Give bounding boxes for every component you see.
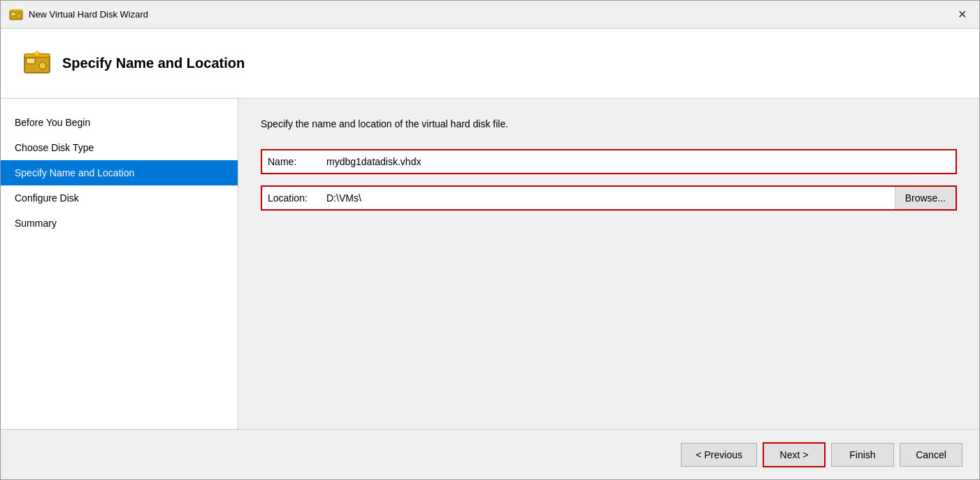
close-button[interactable]: ✕	[953, 8, 971, 22]
titlebar-disk-icon	[9, 8, 23, 22]
content-area: Before You Begin Choose Disk Type Specif…	[1, 99, 979, 429]
sidebar-item-specify-name-location[interactable]: Specify Name and Location	[1, 160, 238, 185]
sidebar-item-choose-disk-type[interactable]: Choose Disk Type	[1, 135, 238, 160]
finish-button[interactable]: Finish	[831, 443, 894, 467]
header-disk-icon	[23, 50, 51, 78]
location-inner: Location:	[262, 187, 895, 209]
svg-point-2	[17, 14, 21, 17]
header-section: Specify Name and Location	[1, 29, 979, 99]
sidebar-item-before-you-begin[interactable]: Before You Begin	[1, 110, 238, 135]
location-field-row: Location: Browse...	[261, 185, 957, 211]
titlebar: New Virtual Hard Disk Wizard ✕	[1, 1, 979, 29]
instruction-text: Specify the name and location of the vir…	[261, 118, 957, 129]
form-group: Name: Location: Browse...	[261, 149, 957, 211]
svg-point-6	[39, 62, 46, 69]
wizard-window: New Virtual Hard Disk Wizard ✕ Specify N…	[0, 0, 980, 480]
svg-rect-5	[27, 58, 35, 64]
svg-rect-3	[10, 10, 22, 12]
cancel-button[interactable]: Cancel	[900, 443, 963, 467]
previous-button[interactable]: < Previous	[681, 443, 757, 467]
sidebar-item-summary[interactable]: Summary	[1, 211, 238, 236]
location-input[interactable]	[324, 190, 889, 206]
header-title: Specify Name and Location	[62, 55, 245, 71]
svg-rect-1	[11, 13, 15, 15]
titlebar-title: New Virtual Hard Disk Wizard	[29, 9, 148, 20]
footer: < Previous Next > Finish Cancel	[1, 429, 979, 479]
titlebar-left: New Virtual Hard Disk Wizard	[9, 8, 148, 22]
browse-button[interactable]: Browse...	[895, 187, 956, 209]
name-label: Name:	[268, 156, 324, 167]
sidebar: Before You Begin Choose Disk Type Specif…	[1, 99, 238, 429]
next-button[interactable]: Next >	[763, 442, 826, 467]
name-input[interactable]	[324, 153, 950, 170]
disk-icon-svg	[23, 50, 51, 77]
location-label: Location:	[268, 192, 324, 204]
name-field-row: Name:	[261, 149, 957, 174]
main-content: Specify the name and location of the vir…	[238, 99, 979, 429]
sidebar-item-configure-disk[interactable]: Configure Disk	[1, 185, 238, 211]
